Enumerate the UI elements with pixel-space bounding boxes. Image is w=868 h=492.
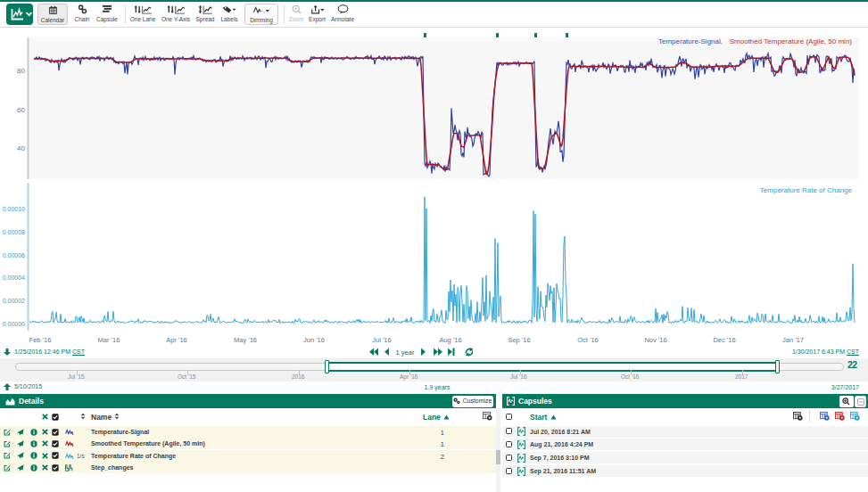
- svg-text:Apr '16: Apr '16: [166, 336, 187, 344]
- svg-text:0.00010: 0.00010: [3, 206, 25, 212]
- svg-text:Temperature Rate of Change: Temperature Rate of Change: [760, 186, 853, 194]
- svg-text:Aug '16: Aug '16: [439, 336, 461, 344]
- svg-text:0.00006: 0.00006: [3, 252, 25, 258]
- svg-text:May '16: May '16: [234, 336, 257, 344]
- svg-text:Smoothed Temperature (Agile, 5: Smoothed Temperature (Agile, 50 min): [730, 37, 853, 45]
- svg-text:Temperature-Signal,: Temperature-Signal,: [658, 37, 723, 45]
- svg-text:Dec '16: Dec '16: [713, 336, 735, 344]
- svg-text:1 year: 1 year: [396, 348, 415, 357]
- svg-text:Mar '16: Mar '16: [98, 336, 120, 344]
- svg-text:Sep '16: Sep '16: [508, 336, 530, 344]
- svg-text:60: 60: [17, 106, 25, 114]
- svg-text:Feb '16: Feb '16: [29, 336, 52, 344]
- svg-text:Nov '16: Nov '16: [644, 336, 666, 344]
- svg-text:Jun '16: Jun '16: [303, 336, 325, 344]
- svg-text:0.00004: 0.00004: [3, 275, 25, 281]
- svg-text:40: 40: [17, 144, 25, 152]
- svg-text:Jan '17: Jan '17: [782, 336, 804, 344]
- svg-text:Jul '16: Jul '16: [372, 336, 391, 344]
- svg-text:Oct '16: Oct '16: [577, 336, 599, 344]
- svg-text:80: 80: [17, 67, 25, 75]
- svg-text:0.00008: 0.00008: [3, 229, 25, 235]
- svg-text:0.00002: 0.00002: [3, 298, 25, 304]
- svg-text:0.00000: 0.00000: [3, 321, 25, 327]
